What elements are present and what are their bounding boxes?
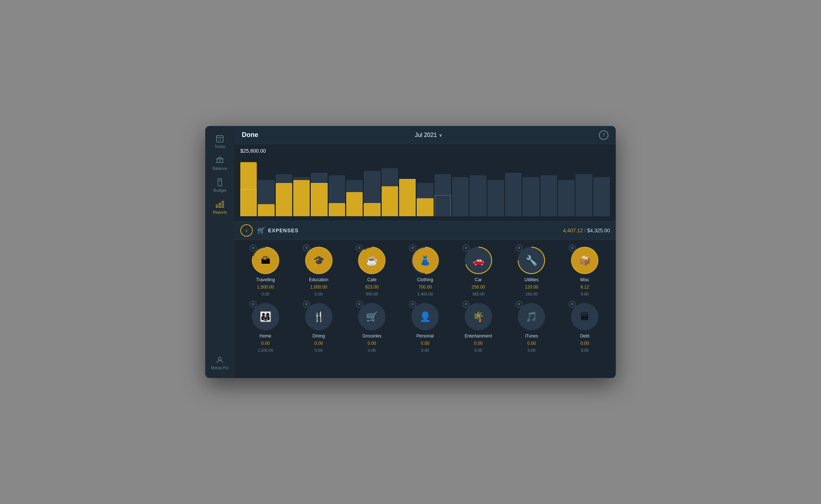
category-circle-groceries: 🛒 <box>359 304 385 329</box>
bar-group <box>258 156 274 216</box>
remove-button-debt[interactable]: ✕ <box>569 301 576 308</box>
category-item-utilities[interactable]: ✕🔧Utilities120.00160.00 <box>507 246 557 296</box>
category-spent-clothing: 700.00 <box>419 285 432 290</box>
category-budget-car: 365.00 <box>472 292 485 296</box>
category-item-education[interactable]: ✕🎓Education1,000.000.00 <box>294 246 344 296</box>
category-budget-cafe: 900.00 <box>366 292 378 296</box>
categories-scroll: ✕🏔Travelling1,500.000.00✕🎓Education1,000… <box>234 240 616 378</box>
bar-group <box>329 156 345 216</box>
category-budget-misc: 0.00 <box>581 292 588 296</box>
category-budget-education: 0.00 <box>315 292 322 296</box>
svg-rect-7 <box>218 179 222 186</box>
category-budget-home: 1,500.00 <box>257 348 273 352</box>
category-name-misc: Misc <box>580 277 589 282</box>
svg-rect-12 <box>222 201 224 207</box>
category-name-dining: Dining <box>313 333 325 339</box>
category-item-cafe[interactable]: ✕☕Cafe823.00900.00 <box>347 246 397 296</box>
date-label: Jul 2021 <box>415 132 437 138</box>
category-circle-education: 🎓 <box>306 248 332 273</box>
category-name-itunes: iTunes <box>525 333 538 339</box>
sidebar-today-label: Today <box>214 144 225 149</box>
remove-button-misc[interactable]: ✕ <box>569 244 576 252</box>
category-spent-personal: 0.00 <box>421 341 429 346</box>
category-circle-travelling: 🏔 <box>253 248 278 273</box>
category-name-travelling: Travelling <box>256 277 275 282</box>
category-item-itunes[interactable]: ✕🎵iTunes0.000.00 <box>507 302 557 352</box>
category-name-cafe: Cafe <box>367 277 377 282</box>
category-budget-personal: 0.00 <box>421 348 429 352</box>
sidebar-item-today[interactable]: 21 Today <box>205 130 234 152</box>
bar-group <box>240 156 257 216</box>
remove-button-travelling[interactable]: ✕ <box>249 244 257 252</box>
category-spent-itunes: 0.00 <box>527 341 536 346</box>
category-spent-travelling: 1,500.00 <box>257 285 274 290</box>
bar-group <box>593 156 610 216</box>
category-budget-dining: 0.00 <box>315 348 322 352</box>
bar-group <box>364 156 380 216</box>
bar-group <box>505 156 522 216</box>
sidebar-item-balance[interactable]: Balance <box>205 152 234 174</box>
category-item-groceries[interactable]: ✕🛒Groceries0.000.00 <box>347 302 397 352</box>
category-name-clothing: Clothing <box>417 277 433 282</box>
category-circle-misc: 📦 <box>572 248 597 273</box>
category-spent-debt: 0.00 <box>580 341 589 346</box>
sidebar-item-reports[interactable]: Reports <box>205 196 234 218</box>
back-button[interactable]: ‹ <box>240 224 253 237</box>
category-circle-personal: 👤 <box>412 304 438 329</box>
category-circle-utilities: 🔧 <box>519 248 544 273</box>
category-name-home: Home <box>260 333 271 339</box>
category-budget-entertainment: 0.00 <box>474 348 482 352</box>
remove-button-dining[interactable]: ✕ <box>303 301 310 308</box>
category-item-car[interactable]: ✕🚗Car256.00365.00 <box>453 246 504 296</box>
svg-rect-11 <box>219 203 221 207</box>
bar-group <box>382 156 398 216</box>
svg-rect-10 <box>216 205 218 207</box>
category-item-debt[interactable]: ✕🏛Debt0.000.00 <box>560 302 610 352</box>
category-circle-cafe: ☕ <box>359 248 385 273</box>
app-name-label: Money Pro <box>211 366 229 370</box>
category-item-travelling[interactable]: ✕🏔Travelling1,500.000.00 <box>240 246 291 296</box>
sidebar-item-budget[interactable]: Budget <box>205 174 234 196</box>
category-circle-debt: 🏛 <box>572 304 597 329</box>
category-item-clothing[interactable]: ✕👗Clothing700.001,400.00 <box>400 246 450 296</box>
category-name-debt: Debt <box>580 333 589 339</box>
category-name-personal: Personal <box>416 333 434 339</box>
remove-button-car[interactable]: ✕ <box>462 244 470 252</box>
category-item-home[interactable]: ✕👨‍👩‍👧Home0.001,500.00 <box>240 302 291 352</box>
svg-point-13 <box>218 357 221 360</box>
category-name-education: Education <box>309 277 328 282</box>
bar-group <box>435 156 451 216</box>
bar-group <box>523 156 539 216</box>
remove-button-entertainment[interactable]: ✕ <box>462 301 470 308</box>
remove-button-clothing[interactable]: ✕ <box>409 244 416 252</box>
bar-group <box>399 156 416 216</box>
help-button[interactable]: ? <box>599 130 608 140</box>
category-spent-car: 256.00 <box>471 285 485 290</box>
done-button[interactable]: Done <box>242 131 258 139</box>
chevron-down-icon: ∨ <box>439 133 442 138</box>
remove-button-home[interactable]: ✕ <box>249 301 257 308</box>
help-icon: ? <box>602 132 605 138</box>
expenses-amount: 4,407.12 / $4,325.00 <box>563 228 610 233</box>
category-item-misc[interactable]: ✕📦Misc8.120.00 <box>560 246 610 296</box>
category-name-groceries: Groceries <box>362 333 381 339</box>
category-item-dining[interactable]: ✕🍴Dining0.000.00 <box>294 302 344 352</box>
remove-button-personal[interactable]: ✕ <box>409 301 416 308</box>
chart-area: $25,600.00 <box>234 144 616 221</box>
bar-group <box>541 156 557 216</box>
date-selector[interactable]: Jul 2021 ∨ <box>415 132 443 138</box>
category-spent-dining: 0.00 <box>314 341 323 346</box>
category-budget-debt: 0.00 <box>581 348 588 352</box>
bar-group <box>558 156 574 216</box>
category-item-entertainment[interactable]: ✕🌴Entertainment0.000.00 <box>453 302 504 352</box>
expenses-budget: $4,325.00 <box>587 228 610 233</box>
category-circle-home: 👨‍👩‍👧 <box>253 304 278 329</box>
bar-group <box>293 156 310 216</box>
category-circle-dining: 🍴 <box>306 304 332 329</box>
category-item-personal[interactable]: ✕👤Personal0.000.00 <box>400 302 450 352</box>
bar-group <box>576 156 592 216</box>
remove-button-education[interactable]: ✕ <box>303 244 310 252</box>
bar-group <box>417 156 433 216</box>
category-budget-groceries: 0.00 <box>368 348 376 352</box>
bar-group <box>452 156 469 216</box>
